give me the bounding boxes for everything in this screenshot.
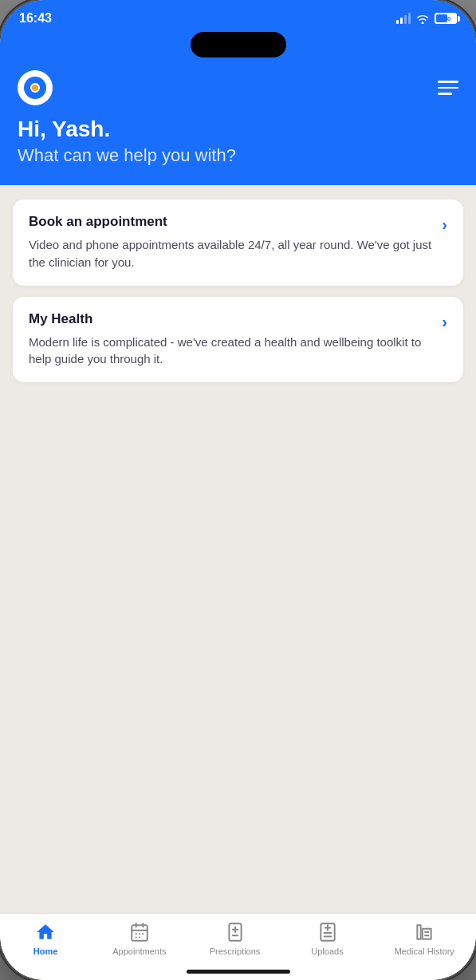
- prescriptions-icon: [225, 922, 246, 942]
- logo: [18, 70, 53, 105]
- status-icons: 50: [396, 13, 457, 24]
- wifi-icon: [415, 13, 430, 24]
- appointments-icon: [129, 922, 150, 942]
- battery-icon: 50: [435, 13, 457, 24]
- dynamic-island: [191, 32, 286, 57]
- nav-appointments-label: Appointments: [112, 946, 166, 956]
- book-appointment-content: Book an appointment Video and phone appo…: [29, 214, 434, 271]
- my-health-content: My Health Modern life is complicated - w…: [29, 311, 434, 369]
- header-top: [18, 70, 458, 105]
- dynamic-island-container: [0, 32, 476, 61]
- nav-home[interactable]: Home: [22, 922, 69, 956]
- nav-appointments[interactable]: Appointments: [112, 922, 166, 956]
- signal-icon: [396, 13, 411, 24]
- my-health-desc: Modern life is complicated - we've creat…: [29, 334, 434, 369]
- nav-prescriptions[interactable]: Prescriptions: [210, 922, 261, 956]
- status-bar: 16:43 50: [0, 0, 476, 32]
- logo-dot: [30, 83, 40, 93]
- my-health-title: My Health: [29, 311, 434, 327]
- greeting-subtitle: What can we help you with?: [18, 145, 458, 166]
- my-health-chevron: ›: [442, 313, 447, 331]
- phone-frame: 16:43 50: [0, 0, 476, 980]
- nav-uploads[interactable]: Uploads: [304, 922, 352, 956]
- nav-prescriptions-label: Prescriptions: [210, 946, 261, 956]
- book-appointment-desc: Video and phone appointments available 2…: [29, 236, 434, 271]
- logo-inner: [24, 77, 46, 99]
- uploads-icon: [317, 922, 338, 942]
- home-icon: [35, 922, 56, 942]
- nav-home-label: Home: [33, 946, 58, 956]
- book-appointment-card[interactable]: Book an appointment Video and phone appo…: [13, 200, 463, 286]
- greeting-name: Hi, Yash.: [18, 117, 458, 142]
- header: Hi, Yash. What can we help you with?: [0, 61, 476, 185]
- status-time: 16:43: [19, 11, 52, 26]
- medical-history-icon: [414, 922, 435, 942]
- nav-uploads-label: Uploads: [311, 946, 343, 956]
- menu-button[interactable]: [438, 81, 458, 95]
- nav-medical-history[interactable]: Medical History: [395, 922, 454, 956]
- home-indicator: [187, 970, 290, 974]
- screen: 16:43 50: [0, 0, 476, 980]
- book-appointment-title: Book an appointment: [29, 214, 434, 230]
- book-appointment-chevron: ›: [442, 215, 447, 234]
- nav-medical-history-label: Medical History: [395, 946, 454, 956]
- my-health-card[interactable]: My Health Modern life is complicated - w…: [13, 297, 463, 383]
- main-content: Book an appointment Video and phone appo…: [0, 185, 476, 913]
